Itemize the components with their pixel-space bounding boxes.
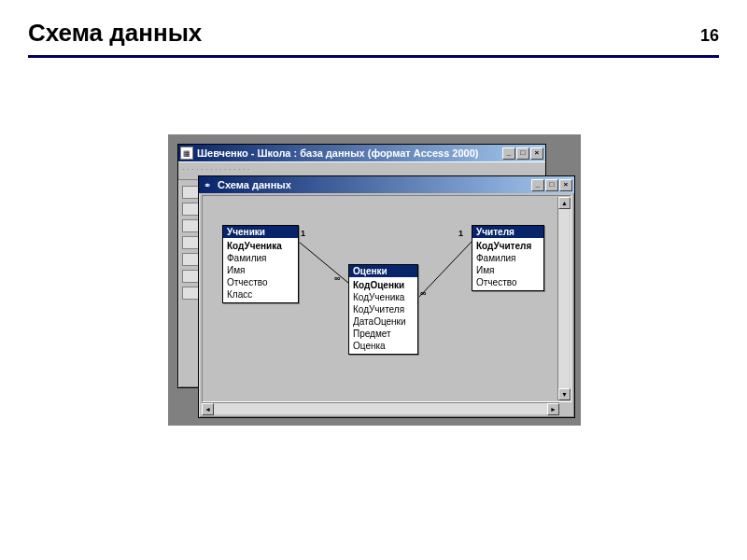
sidebar-item[interactable] bbox=[182, 186, 199, 199]
table-header: Учителя bbox=[472, 226, 543, 238]
scroll-left-icon[interactable]: ◄ bbox=[202, 403, 214, 415]
table-field[interactable]: Фамилия bbox=[227, 252, 294, 264]
scroll-track[interactable] bbox=[214, 403, 547, 414]
sidebar-item[interactable] bbox=[182, 270, 199, 283]
table-fields: КодУчителя Фамилия Имя Отчество bbox=[472, 238, 543, 290]
table-field[interactable]: КодУченика bbox=[227, 240, 294, 252]
maximize-button[interactable]: □ bbox=[545, 179, 558, 191]
title-divider bbox=[28, 55, 719, 58]
table-fields: КодОценки КодУченика КодУчителя ДатаОцен… bbox=[349, 277, 417, 354]
schema-window: ⚭ Схема данных _ □ × 1 ∞ ∞ 1 bbox=[198, 175, 575, 418]
scroll-down-icon[interactable]: ▼ bbox=[558, 388, 571, 400]
sidebar-item[interactable] bbox=[182, 287, 199, 300]
schema-window-title: Схема данных bbox=[218, 179, 531, 190]
table-field[interactable]: Имя bbox=[476, 264, 540, 276]
horizontal-scrollbar[interactable]: ◄ ► bbox=[202, 402, 559, 414]
access-icon: ▦ bbox=[180, 147, 193, 160]
table-оценки[interactable]: Оценки КодОценки КодУченика КодУчителя Д… bbox=[348, 264, 418, 355]
table-field[interactable]: ДатаОценки bbox=[353, 315, 414, 328]
table-field[interactable]: КодУчителя bbox=[353, 303, 414, 315]
table-field[interactable]: Предмет bbox=[353, 328, 414, 340]
parent-titlebar: ▦ Шевченко - Школа : база данных (формат… bbox=[178, 145, 545, 161]
table-field[interactable]: Отчество bbox=[227, 276, 294, 288]
scroll-track[interactable] bbox=[558, 209, 570, 388]
table-field[interactable]: КодУчителя bbox=[476, 240, 540, 252]
schema-canvas[interactable]: 1 ∞ ∞ 1 Ученики КодУченика Фамилия Имя О… bbox=[202, 195, 571, 402]
relationships-icon: ⚭ bbox=[201, 178, 214, 191]
sidebar-item[interactable] bbox=[182, 236, 199, 249]
scroll-right-icon[interactable]: ► bbox=[547, 403, 559, 415]
scroll-up-icon[interactable]: ▲ bbox=[558, 197, 571, 209]
table-header: Ученики bbox=[223, 226, 298, 238]
table-field[interactable]: Отчество bbox=[476, 276, 540, 288]
resize-grip[interactable] bbox=[559, 402, 571, 414]
relation-one-label: 1 bbox=[458, 229, 463, 238]
table-field[interactable]: Имя bbox=[227, 264, 294, 276]
sidebar-item[interactable] bbox=[182, 253, 199, 266]
parent-window-title: Шевченко - Школа : база данных (формат A… bbox=[197, 147, 502, 159]
page-title: Схема данных bbox=[28, 19, 202, 48]
page-number: 16 bbox=[700, 26, 719, 46]
table-ученики[interactable]: Ученики КодУченика Фамилия Имя Отчество … bbox=[222, 225, 299, 303]
schema-titlebar: ⚭ Схема данных _ □ × bbox=[199, 176, 574, 193]
svg-line-0 bbox=[299, 242, 348, 283]
table-fields: КодУченика Фамилия Имя Отчество Класс bbox=[223, 238, 298, 302]
close-button[interactable]: × bbox=[559, 179, 572, 191]
relation-many-label: ∞ bbox=[334, 273, 340, 283]
table-field[interactable]: Класс bbox=[227, 288, 294, 301]
svg-line-1 bbox=[418, 242, 472, 298]
maximize-button[interactable]: □ bbox=[516, 147, 529, 160]
table-header: Оценки bbox=[349, 265, 417, 277]
table-field[interactable]: КодУченика bbox=[353, 291, 414, 303]
screenshot-container: ▦ Шевченко - Школа : база данных (формат… bbox=[168, 134, 581, 426]
table-учителя[interactable]: Учителя КодУчителя Фамилия Имя Отчество bbox=[472, 225, 544, 291]
sidebar-item[interactable] bbox=[182, 203, 199, 216]
close-button[interactable]: × bbox=[530, 147, 543, 160]
minimize-button[interactable]: _ bbox=[502, 147, 515, 160]
table-field[interactable]: Оценка bbox=[353, 340, 414, 352]
minimize-button[interactable]: _ bbox=[531, 179, 544, 191]
table-field[interactable]: Фамилия bbox=[476, 252, 540, 264]
table-field[interactable]: КодОценки bbox=[353, 279, 414, 291]
relation-one-label: 1 bbox=[301, 229, 305, 238]
relation-many-label: ∞ bbox=[420, 288, 426, 298]
sidebar-item[interactable] bbox=[182, 219, 199, 232]
vertical-scrollbar[interactable]: ▲ ▼ bbox=[557, 197, 570, 400]
